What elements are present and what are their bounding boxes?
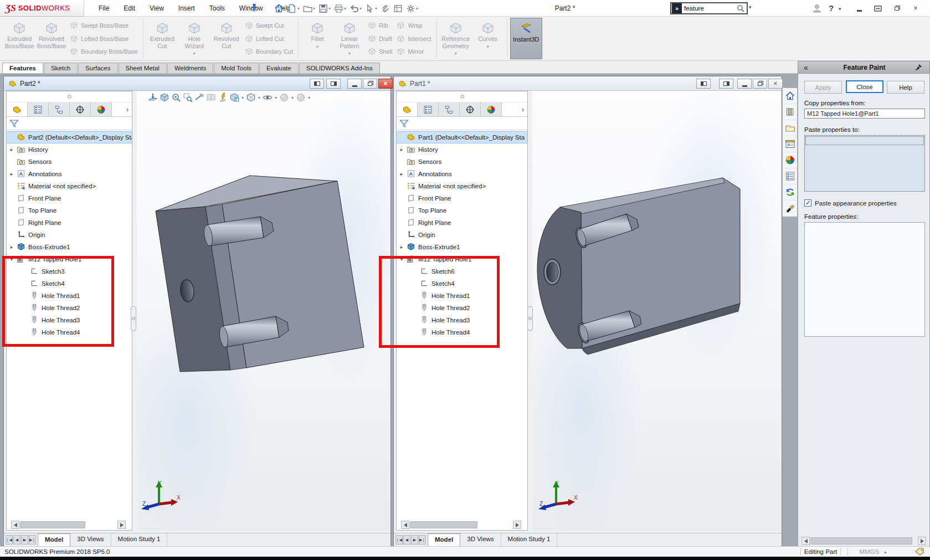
tree-item-material-not-specified[interactable]: Material <not specified> [7,180,132,192]
settings-icon[interactable]: ▾ [405,3,419,14]
tree-item-origin[interactable]: Origin [7,229,132,241]
tree-item-right-plane[interactable]: Right Plane [397,217,527,229]
split-right-button[interactable] [719,79,733,89]
ribbon-button-curves[interactable]: Curves▾ [472,18,504,59]
view-orientation-arrow-icon[interactable] [148,93,158,102]
viewport-splitter-handle[interactable] [131,306,136,331]
feature-manager-tab-config[interactable] [439,102,460,116]
status-units-text[interactable]: MMGS [859,548,879,555]
ribbon-button-revolved-cut[interactable]: RevolvedCut [210,18,243,59]
close-button[interactable]: Close [846,80,883,93]
part2-3d-model[interactable] [139,162,372,395]
ribbon-button-boundary-cut[interactable]: Boundary Cut [245,46,293,57]
tree-item-boss-extrude1[interactable]: ▸Boss-Extrude1 [7,241,132,253]
ribbon-button-linear-pattern[interactable]: LinearPattern▾ [333,18,366,59]
ribbon-button-rib[interactable]: Rib [368,20,392,31]
ribbon-button-lofted-cut[interactable]: Lofted Cut [245,33,293,44]
tree-filter-bar[interactable] [7,117,132,130]
tree-item-part2-default-default-display-sta[interactable]: Part2 (Default<<Default>_Display Sta [7,131,132,143]
ribbon-button-extruded-boss-base[interactable]: ExtrudedBoss/Base [3,18,35,59]
panel-scroll-left[interactable] [801,537,810,545]
minimize-window-button[interactable] [737,79,752,89]
tree-item-front-plane[interactable]: Front Plane [397,192,527,204]
tree-item-boss-extrude1[interactable]: ▸Boss-Extrude1 [397,241,527,253]
doc-tab-3d-views[interactable]: 3D Views [70,533,111,546]
taskpane-file-explorer-icon[interactable] [783,120,797,136]
tree-item-history[interactable]: ▸History [397,143,527,156]
search-box[interactable]: » [670,2,748,14]
paste-properties-list[interactable] [804,135,925,192]
panel-splitter-handle[interactable] [7,91,132,102]
open-icon[interactable]: ▾ [302,3,316,14]
search-dropdown-icon[interactable]: ▾ [749,4,752,10]
feature-manager-tab-props[interactable] [28,102,49,116]
drawing-book-icon[interactable] [206,93,216,102]
print-icon[interactable]: ▾ [333,3,347,14]
minimize-app-button[interactable] [852,2,866,14]
ribbon-button-mirror[interactable]: Mirror [397,46,431,57]
search-input[interactable] [682,5,737,12]
dropdown-arrow-icon[interactable]: ▾ [348,50,351,58]
feature-properties-box[interactable] [804,222,925,337]
tab-weldments[interactable]: Weldments [167,63,213,73]
new-document-icon[interactable]: ▾ [286,3,301,14]
feature-manager-tab-part[interactable] [7,102,28,116]
collapse-panel-icon[interactable]: « [798,63,814,72]
ribbon-button-fillet[interactable]: Fillet▾ [301,18,333,59]
taskpane-feature-paint-icon[interactable] [783,201,797,217]
apply-button[interactable]: Apply [804,81,842,94]
tag-icon[interactable] [915,548,924,556]
tab-solidworks-add-ins[interactable]: SOLIDWORKS Add-Ins [299,63,380,73]
ribbon-button-hole-wizard[interactable]: HoleWizard▾ [178,18,210,59]
menu-file[interactable]: File [91,0,116,17]
home-icon[interactable] [273,2,285,14]
user-account-icon[interactable] [812,3,822,13]
panel-scroll-right[interactable] [918,537,926,545]
help-button[interactable]: Help [887,81,924,94]
feature-manager-tab-dimx[interactable] [70,102,91,116]
ribbon-button-swept-boss-base[interactable]: Swept Boss/Base [70,20,138,31]
dropdown-arrow-icon[interactable]: ▾ [487,44,489,51]
part1-window-titlebar[interactable]: Part1 * × [394,76,782,91]
expand-arrow-icon[interactable]: ▸ [397,147,407,152]
tab-sketch[interactable]: Sketch [44,63,78,73]
ribbon-button-swept-cut[interactable]: Swept Cut [245,20,293,31]
panel-scroll-thumb[interactable] [810,537,912,544]
split-right-button[interactable] [326,79,341,89]
appearances-icon[interactable] [279,93,289,102]
sheet-icon[interactable] [392,3,404,14]
tree-item-sensors[interactable]: Sensors [7,156,132,168]
part2-window-titlebar[interactable]: Part2 * × [4,76,391,91]
panel-overflow-chevron[interactable]: › [112,102,132,116]
copy-properties-field[interactable]: M12 Tapped Hole1@Part1 [804,109,925,119]
graphics-viewport-part2[interactable]: ▾▾▾▾▾ [137,91,389,531]
split-left-button[interactable] [696,79,711,89]
tree-item-origin[interactable]: Origin [397,229,527,241]
restore-app-button[interactable] [890,2,904,14]
previous-view-icon[interactable] [183,93,193,102]
tree-item-top-plane[interactable]: Top Plane [7,204,132,217]
feature-manager-tab-props[interactable] [418,102,439,116]
tree-item-right-plane[interactable]: Right Plane [7,217,132,229]
tree-item-material-not-specified[interactable]: Material <not specified> [397,180,527,192]
help-icon[interactable]: ? [829,0,834,17]
tree-item-annotations[interactable]: ▸AAnnotations [397,168,527,180]
ribbon-button-wrap[interactable]: Wrap [397,20,431,31]
zoom-to-area-icon[interactable] [171,93,181,102]
doc-tab-model[interactable]: Model [428,533,460,546]
tree-item-annotations[interactable]: ▸AAnnotations [7,168,132,180]
ribbon-button-reference-geometry[interactable]: ReferenceGeometry▾ [440,18,472,59]
taskpane-design-library-icon[interactable] [783,104,797,120]
pin-menu-icon[interactable] [250,3,258,12]
ribbon-button-intersect[interactable]: Intersect [397,33,431,44]
expand-arrow-icon[interactable]: ▸ [397,171,407,177]
tree-item-sensors[interactable]: Sensors [397,156,527,168]
tab-surfaces[interactable]: Surfaces [78,63,117,73]
close-window-button[interactable]: × [378,79,393,89]
tree-filter-bar[interactable] [397,117,527,130]
paste-appearance-checkbox[interactable]: ✓ Paste appearance properties [804,199,897,207]
minimize-window-button[interactable] [347,79,362,89]
viewport-splitter-handle[interactable] [527,306,533,331]
doc-tab-motion-study-1[interactable]: Motion Study 1 [111,533,168,546]
dropdown-arrow-icon[interactable]: ▾ [275,95,277,100]
